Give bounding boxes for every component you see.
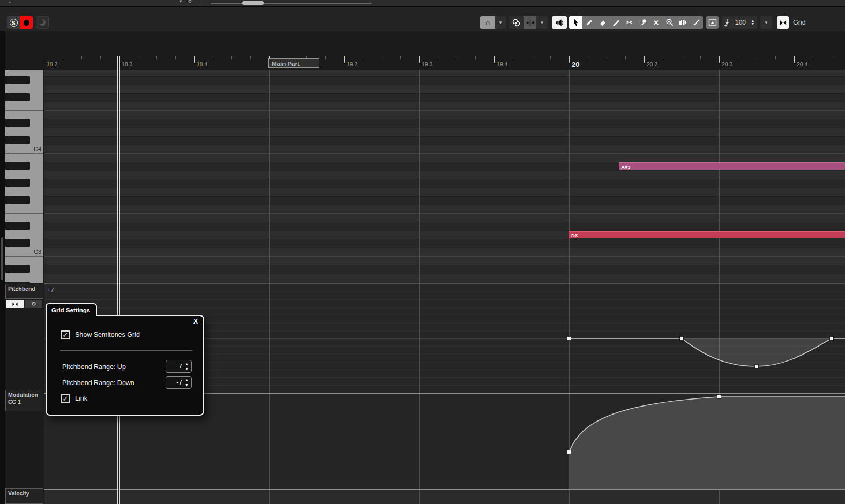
ruler-label: 19.2 <box>347 61 357 67</box>
grid-row[interactable] <box>44 247 845 256</box>
range-down-spinner[interactable]: -7 ▲▼ <box>166 376 192 389</box>
split-tool[interactable]: ✂ <box>623 16 636 29</box>
grid-row[interactable] <box>44 153 845 162</box>
acoustic-feedback-toggle[interactable] <box>552 16 567 29</box>
grid-row[interactable] <box>44 102 845 110</box>
grid-row[interactable] <box>44 93 845 102</box>
grid-row[interactable] <box>44 70 845 76</box>
grid-row[interactable] <box>44 256 845 265</box>
midi-note[interactable]: D3 <box>569 231 845 238</box>
line-tool[interactable] <box>690 16 703 29</box>
part-edit-mode-button[interactable]: ⌂ <box>480 16 495 29</box>
range-down-value[interactable]: -7 <box>166 379 182 386</box>
draw-tool[interactable] <box>582 16 596 29</box>
timeline-ruler[interactable]: 18.218.318.419.219.319.42020.220.320.4 <box>0 56 845 70</box>
zoom-tool[interactable] <box>663 16 676 29</box>
grid-row[interactable] <box>44 110 845 119</box>
picture-flag-icon <box>708 18 717 27</box>
modulation-lane-header[interactable]: Modulation CC 1 <box>5 390 43 411</box>
midi-note[interactable]: A#3 <box>619 162 845 170</box>
curve-handle[interactable] <box>830 337 834 341</box>
zoom-slider-track[interactable] <box>211 3 371 4</box>
popup-title-tab[interactable]: Grid Settings <box>46 303 97 316</box>
grid-row[interactable] <box>44 273 845 282</box>
grid-row[interactable] <box>44 239 845 247</box>
velocity-stepper[interactable]: ▲ ▼ <box>749 16 757 29</box>
vertical-scrollbar-thumb[interactable] <box>1 237 3 280</box>
grid-row[interactable] <box>44 127 845 136</box>
pitchbend-lane-header[interactable]: Pitchbend <box>5 284 43 299</box>
range-up-value[interactable]: 7 <box>166 363 182 370</box>
tools-group: ✂ ✕ <box>569 16 703 29</box>
chevron-down-icon[interactable]: ▼ <box>178 0 183 4</box>
pitchbend-settings-button[interactable]: ⚙ <box>25 300 42 308</box>
snap-toggle[interactable] <box>777 16 789 29</box>
grid-row[interactable] <box>44 76 845 85</box>
grid-row[interactable] <box>44 170 845 179</box>
grid-row[interactable] <box>44 119 845 127</box>
grid-row[interactable] <box>44 196 845 205</box>
piano-black-key[interactable] <box>5 136 30 144</box>
curve-handle[interactable] <box>755 365 759 368</box>
link-projects-button[interactable] <box>509 16 524 29</box>
spinner-arrows-icon[interactable]: ▲▼ <box>185 378 189 387</box>
grid-row[interactable] <box>44 179 845 187</box>
playhead-cursor[interactable] <box>117 56 120 504</box>
part-edit-dropdown[interactable]: ▼ <box>495 16 506 29</box>
insert-velocity-value[interactable]: 100 <box>732 16 749 29</box>
velocity-lane[interactable] <box>44 490 845 504</box>
record-button[interactable] <box>20 16 33 29</box>
grid-row[interactable] <box>44 222 845 230</box>
grid-row[interactable] <box>44 187 845 196</box>
grid-row[interactable] <box>44 265 845 273</box>
curve-handle[interactable] <box>567 450 571 454</box>
spinner-arrows-icon[interactable]: ▲▼ <box>185 362 189 371</box>
curve-handle[interactable] <box>567 337 571 341</box>
part-name-label[interactable]: Main Part Signal <box>268 58 319 68</box>
piano-black-key[interactable] <box>5 196 30 204</box>
piano-black-key[interactable] <box>5 282 30 283</box>
house-icon: ⌂ <box>485 18 490 27</box>
piano-black-key[interactable] <box>5 239 30 247</box>
trim-tool[interactable] <box>609 16 623 29</box>
stepper-down-icon[interactable]: ▼ <box>751 22 755 26</box>
link-dropdown[interactable]: ▼ <box>536 16 548 29</box>
close-button[interactable]: X <box>193 318 198 325</box>
piano-black-key[interactable] <box>5 119 30 127</box>
note-expression-button[interactable] <box>706 16 719 29</box>
object-selection-tool[interactable] <box>569 16 582 29</box>
solo-button[interactable]: S <box>7 16 20 29</box>
acoustic-feedback-button[interactable] <box>36 16 49 29</box>
grid-row[interactable] <box>44 136 845 145</box>
zoom-slider-thumb[interactable] <box>242 1 264 5</box>
insert-velocity-button[interactable] <box>722 16 732 29</box>
note-grid[interactable]: A#3D3 <box>44 70 845 283</box>
velocity-lane-header[interactable]: Velocity <box>5 488 43 504</box>
grid-row[interactable] <box>44 282 845 283</box>
snap-type-label[interactable]: Grid <box>793 19 806 26</box>
erase-tool[interactable] <box>596 16 609 29</box>
pin-button[interactable] <box>524 16 536 29</box>
curve-handle[interactable] <box>717 395 721 399</box>
gear-icon[interactable]: ⚙ <box>188 0 192 4</box>
grid-row[interactable] <box>44 205 845 213</box>
curve-handle[interactable] <box>680 337 684 341</box>
piano-black-key[interactable] <box>5 162 30 170</box>
piano-black-key[interactable] <box>5 222 30 230</box>
grid-row[interactable] <box>44 213 845 222</box>
comp-tool[interactable] <box>676 16 690 29</box>
piano-keyboard[interactable]: C4C3 <box>5 70 43 283</box>
grid-row[interactable] <box>44 145 845 153</box>
piano-black-key[interactable] <box>5 265 30 273</box>
velocity-dropdown[interactable]: ▼ <box>760 16 772 29</box>
grid-row[interactable] <box>44 85 845 93</box>
pitchbend-snap-button[interactable] <box>6 300 24 308</box>
piano-black-key[interactable] <box>5 76 30 84</box>
glue-tool[interactable] <box>636 16 649 29</box>
piano-black-key[interactable] <box>5 179 30 187</box>
range-up-spinner[interactable]: 7 ▲▼ <box>166 360 192 373</box>
show-semitones-checkbox[interactable]: ✓ <box>61 330 70 339</box>
piano-black-key[interactable] <box>5 93 30 101</box>
mute-tool[interactable]: ✕ <box>649 16 663 29</box>
link-checkbox[interactable]: ✓ <box>61 394 70 403</box>
